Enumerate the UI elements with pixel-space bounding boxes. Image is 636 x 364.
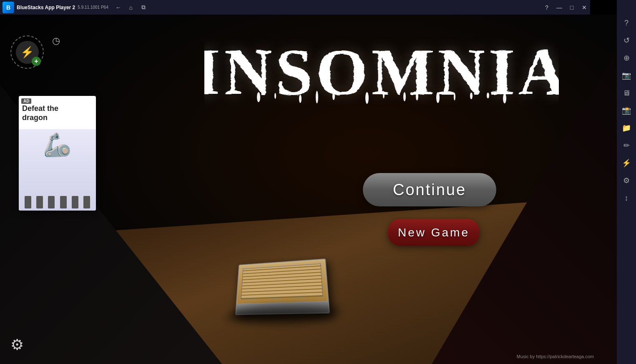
sidebar-icon-6[interactable]: 📸 <box>618 102 635 119</box>
settings-gear-icon[interactable]: ⚙ <box>10 336 24 354</box>
ad-title: Defeat thedragon <box>22 104 93 122</box>
svg-point-9 <box>274 93 276 99</box>
continue-label: Continue <box>393 181 466 199</box>
game-area: INSOMNIA Continue New Game AD Defeat the <box>0 15 617 364</box>
music-credit: Music by https://patrickdearteaga.com <box>517 354 594 359</box>
svg-point-8 <box>503 93 506 103</box>
titlebar: B BlueStacks App Player 2 5.9.11.1001 P6… <box>0 0 590 15</box>
sidebar-icon-4[interactable]: 📷 <box>618 67 635 84</box>
ad-badge: AD <box>21 98 31 104</box>
sidebar-icon-10[interactable]: ⚙ <box>618 172 635 189</box>
new-game-label: New Game <box>398 226 470 239</box>
figure-5 <box>72 196 78 208</box>
sidebar-icon-11[interactable]: ↕ <box>618 190 635 206</box>
window-controls: ? — □ ✕ <box>541 2 590 13</box>
svg-point-12 <box>416 92 418 100</box>
svg-point-4 <box>365 92 369 104</box>
home-button[interactable]: ⌂ <box>125 2 137 13</box>
ad-image: 🦾 <box>19 129 96 211</box>
sidebar-icon-5[interactable]: 🖥 <box>618 85 635 101</box>
app-logo: B <box>3 2 14 13</box>
maximize-button[interactable]: □ <box>566 2 578 13</box>
nav-buttons: ← ⌂ ⧉ <box>113 2 149 13</box>
svg-point-14 <box>487 93 489 98</box>
svg-point-6 <box>436 92 440 103</box>
sidebar-icon-2[interactable]: ↺ <box>618 32 635 49</box>
close-button[interactable]: ✕ <box>578 2 590 13</box>
new-game-button[interactable]: New Game <box>388 219 480 246</box>
svg-point-11 <box>383 92 385 98</box>
floating-power-icon[interactable]: ⚡ + <box>10 35 44 69</box>
ad-panel[interactable]: AD Defeat thedragon 🦾 <box>19 96 96 211</box>
continue-button[interactable]: Continue <box>363 173 496 206</box>
radio-grille <box>241 264 323 299</box>
right-sidebar: ? ↺ ⊕ 📷 🖥 📸 📁 ✏ ⚡ ⚙ ↕ <box>617 0 636 364</box>
minimize-button[interactable]: — <box>553 2 565 13</box>
multi-button[interactable]: ⧉ <box>138 2 149 13</box>
sidebar-icon-3[interactable]: ⊕ <box>618 50 635 66</box>
svg-point-5 <box>403 92 406 101</box>
svg-point-1 <box>257 92 260 102</box>
timer-icon: ◷ <box>52 35 60 46</box>
sidebar-icon-7[interactable]: 📁 <box>618 120 635 136</box>
radio-object <box>235 259 330 315</box>
add-badge: + <box>32 57 41 66</box>
dragon-claw-icon: 🦾 <box>43 131 72 158</box>
back-button[interactable]: ← <box>113 2 124 13</box>
figure-1 <box>25 196 31 208</box>
help-button[interactable]: ? <box>541 2 553 13</box>
figure-4 <box>60 196 67 208</box>
figure-2 <box>36 196 43 208</box>
figure-3 <box>48 196 55 208</box>
svg-point-7 <box>470 93 473 99</box>
svg-point-10 <box>316 91 318 103</box>
svg-point-3 <box>332 93 335 100</box>
sidebar-icon-9[interactable]: ⚡ <box>618 155 635 171</box>
game-title-svg: INSOMNIA <box>204 23 559 106</box>
sidebar-icon-1[interactable]: ? <box>618 15 635 31</box>
app-version: 5.9.11.1001 P64 <box>78 5 108 10</box>
app-title: BlueStacks App Player 2 <box>17 5 75 10</box>
svg-point-2 <box>299 95 302 103</box>
sidebar-icon-8[interactable]: ✏ <box>618 137 635 154</box>
figure-6 <box>83 196 90 208</box>
svg-point-13 <box>454 93 455 100</box>
figures-row <box>19 196 96 208</box>
